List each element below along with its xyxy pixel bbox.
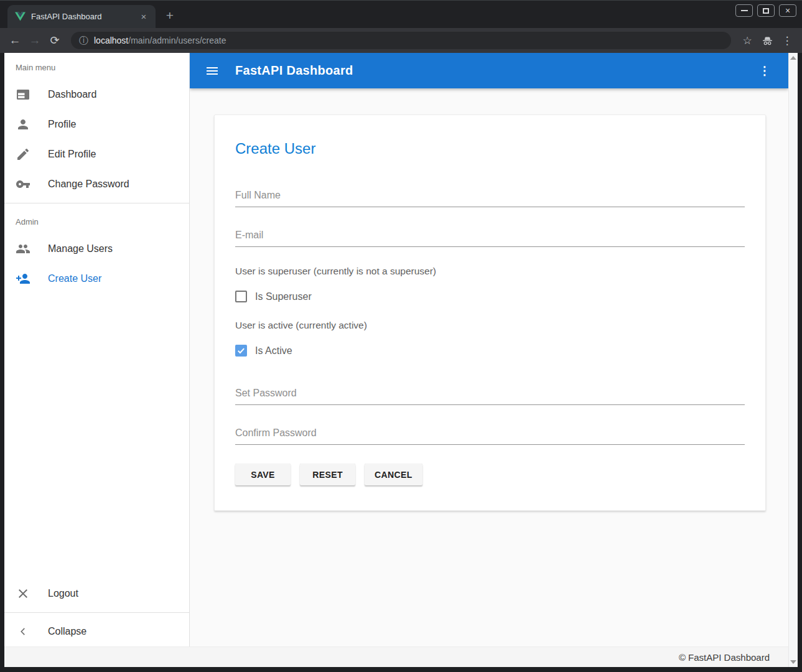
url-text: localhost/main/admin/users/create: [94, 35, 226, 45]
forward-button[interactable]: →: [25, 30, 45, 50]
sidebar-item-label: Collapse: [48, 626, 86, 637]
back-button[interactable]: ←: [5, 30, 25, 50]
page-content: Create User User is superuser (currently…: [190, 88, 788, 646]
tab-title: FastAPI Dashboard: [31, 12, 133, 21]
email-input[interactable]: [235, 226, 745, 247]
sidebar-item-label: Dashboard: [48, 89, 96, 100]
sidebar-item-edit-profile[interactable]: Edit Profile: [4, 139, 189, 169]
active-hint: User is active (currently active): [235, 320, 745, 331]
full-name-input[interactable]: [235, 186, 745, 207]
window-controls: ×: [735, 4, 796, 17]
app-bar-title: FastAPI Dashboard: [235, 63, 353, 78]
browser-toolbar: ← → ⟳ ⓘ localhost/main/admin/users/creat…: [0, 28, 802, 53]
page-footer: © FastAPI Dashboard: [4, 646, 798, 667]
is-active-checkbox[interactable]: Is Active: [235, 345, 745, 357]
copyright-text: © FastAPI Dashboard: [679, 652, 770, 663]
close-icon: ×: [785, 6, 790, 15]
sidebar-divider: [4, 612, 189, 613]
email-field-wrapper: [235, 226, 745, 247]
tab-close-icon[interactable]: ×: [138, 11, 149, 22]
main-area: FastAPI Dashboard ⋮ Create User User is: [190, 53, 788, 646]
sidebar-item-manage-users[interactable]: Manage Users: [4, 234, 189, 264]
app-bar-menu-button[interactable]: ⋮: [757, 63, 772, 78]
group-icon: [16, 241, 30, 256]
browser-tab-strip: FastAPI Dashboard × + ×: [0, 0, 802, 28]
bookmark-star-icon[interactable]: ☆: [737, 30, 757, 50]
scroll-down-icon[interactable]: [790, 660, 796, 664]
form-actions: SAVE RESET CANCEL: [235, 464, 745, 485]
sidebar-item-label: Create User: [48, 273, 101, 284]
browser-window: FastAPI Dashboard × + × ← → ⟳ ⓘ localhos…: [0, 0, 802, 672]
page-title: Create User: [235, 140, 745, 157]
sidebar-item-dashboard[interactable]: Dashboard: [4, 80, 189, 110]
full-name-field-wrapper: [235, 186, 745, 207]
set-password-input[interactable]: [235, 384, 745, 405]
new-tab-button[interactable]: +: [161, 7, 179, 26]
sidebar-spacer: [4, 294, 189, 579]
scroll-up-icon[interactable]: [790, 56, 796, 60]
window-maximize-button[interactable]: [757, 4, 775, 17]
checkbox-unchecked-icon[interactable]: [235, 291, 247, 302]
window-minimize-button[interactable]: [735, 4, 753, 17]
person-add-icon: [16, 271, 30, 286]
dashboard-icon: [16, 87, 30, 102]
minimize-icon: [741, 10, 748, 11]
browser-menu-button[interactable]: ⋮: [777, 30, 797, 50]
address-bar[interactable]: ⓘ localhost/main/admin/users/create: [71, 32, 731, 49]
url-host: localhost: [94, 35, 128, 45]
vertical-scrollbar[interactable]: [788, 53, 798, 667]
page-info-icon[interactable]: ⓘ: [79, 35, 88, 47]
checkbox-label: Is Superuser: [255, 291, 312, 302]
superuser-hint: User is superuser (currently is not a su…: [235, 266, 745, 277]
set-password-field-wrapper: [235, 384, 745, 405]
app-bar: FastAPI Dashboard ⋮: [190, 53, 788, 88]
sidebar-item-label: Change Password: [48, 179, 129, 190]
create-user-card: Create User User is superuser (currently…: [214, 114, 766, 511]
sidebar-item-label: Manage Users: [48, 243, 113, 254]
chevron-left-icon: [16, 624, 30, 639]
sidebar-item-logout[interactable]: Logout: [4, 579, 189, 609]
close-icon: [16, 586, 30, 601]
page-viewport: Main menu Dashboard Pro: [4, 53, 798, 667]
cancel-button[interactable]: CANCEL: [365, 464, 422, 485]
window-close-button[interactable]: ×: [779, 4, 796, 17]
reload-button[interactable]: ⟳: [45, 30, 65, 50]
sidebar-item-change-password[interactable]: Change Password: [4, 169, 189, 199]
pencil-icon: [16, 147, 30, 162]
confirm-password-field-wrapper: [235, 424, 745, 445]
checkbox-checked-icon[interactable]: [235, 345, 247, 357]
sidebar-section-main-menu: Main menu: [4, 53, 189, 80]
is-superuser-checkbox[interactable]: Is Superuser: [235, 291, 745, 302]
confirm-password-input[interactable]: [235, 424, 745, 445]
reset-button[interactable]: RESET: [300, 464, 355, 485]
sidebar: Main menu Dashboard Pro: [4, 53, 190, 646]
sidebar-item-label: Logout: [48, 588, 78, 599]
checkbox-label: Is Active: [255, 345, 292, 357]
incognito-icon: [757, 30, 777, 50]
sidebar-item-create-user[interactable]: Create User: [4, 264, 189, 294]
person-icon: [16, 117, 30, 132]
sidebar-divider: [4, 203, 189, 203]
menu-icon[interactable]: [205, 63, 220, 78]
sidebar-item-collapse[interactable]: Collapse: [4, 617, 189, 646]
browser-tab[interactable]: FastAPI Dashboard ×: [7, 5, 156, 28]
sidebar-section-admin: Admin: [4, 207, 189, 234]
vue-logo-icon: [15, 12, 26, 21]
sidebar-item-label: Profile: [48, 119, 76, 130]
sidebar-item-profile[interactable]: Profile: [4, 110, 189, 139]
sidebar-item-label: Edit Profile: [48, 149, 96, 160]
maximize-icon: [763, 8, 769, 14]
key-icon: [16, 177, 30, 192]
save-button[interactable]: SAVE: [235, 464, 291, 485]
url-path: /main/admin/users/create: [128, 35, 226, 45]
